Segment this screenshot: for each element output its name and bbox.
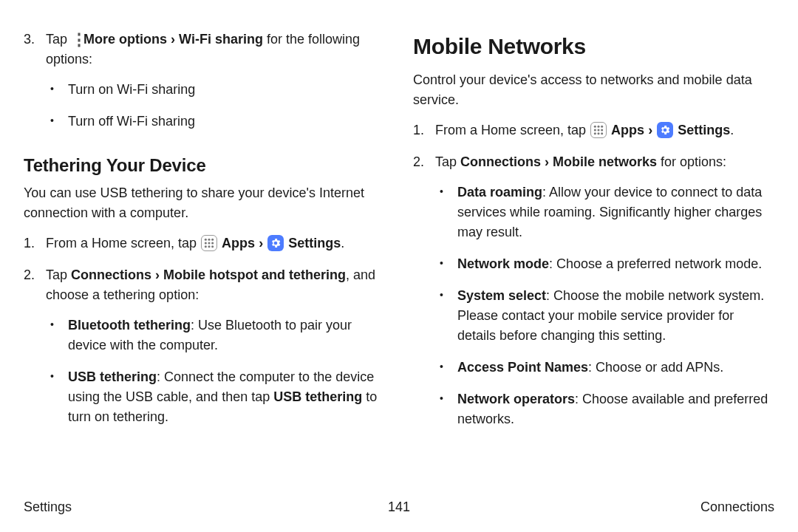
mn2-post: for options: [657,154,726,169]
usb-bold2: USB tethering [273,389,362,404]
chevron-right-icon: › [648,123,652,137]
bullet-system-select: System select: Choose the mobile network… [435,286,774,346]
no-bold: Network operators [457,392,575,406]
apps-icon [590,122,607,138]
bullet-usb-tether: USB tethering: Connect the computer to t… [46,367,385,427]
mn1-pre: From a Home screen, tap [435,123,586,137]
dr-bold: Data roaming [457,185,542,200]
svg-point-14 [601,129,603,132]
svg-point-6 [205,245,207,248]
apn-bold: Access Point Names [457,360,588,375]
bullet-bt-tether: Bluetooth tethering: Use Bluetooth to pa… [46,316,385,355]
svg-point-4 [208,242,211,245]
heading-tethering: Tethering Your Device [24,152,385,179]
step3-more: More options [83,32,167,47]
apps-label: Apps [222,236,255,250]
mn-step-2: Tap Connections › Mobile networks for op… [413,152,774,429]
heading-mobile-networks: Mobile Networks [413,30,774,63]
left-column: Tap More options › Wi-Fi sharing for the… [24,30,385,441]
t1-pre: From a Home screen, tap [46,236,197,250]
svg-point-17 [601,132,603,134]
step-3: Tap More options › Wi-Fi sharing for the… [24,30,385,132]
svg-point-8 [211,245,214,248]
bullet-wifi-on: Turn on Wi-Fi sharing [46,80,385,100]
svg-point-12 [594,129,596,132]
apn-rest: : Choose or add APNs. [588,360,723,375]
step3-pre: Tap [46,32,67,47]
mn2-pre: Tap [435,154,460,169]
settings-icon [267,235,284,251]
svg-point-3 [205,242,207,245]
svg-point-15 [594,132,596,134]
nm-rest: : Choose a preferred network mode. [549,256,762,271]
settings-icon [657,122,673,138]
settings-label: Settings [288,236,341,250]
svg-point-11 [601,126,603,128]
right-column: Mobile Networks Control your device's ac… [413,30,774,441]
footer-left: Settings [24,497,72,517]
bt-bold: Bluetooth tethering [68,318,191,332]
svg-point-10 [598,126,600,128]
svg-point-5 [211,242,214,245]
more-options-icon [71,31,80,46]
settings-label: Settings [678,123,730,137]
tether-step-2: Tap Connections › Mobile hotspot and tet… [24,265,385,427]
apps-label: Apps [611,123,644,137]
t2-pre: Tap [46,267,71,282]
apps-icon [201,235,217,251]
bullet-data-roaming: Data roaming: Allow your device to conne… [435,183,774,242]
t2-bold: Connections › Mobile hotspot and tetheri… [71,267,346,282]
svg-point-9 [594,126,596,128]
svg-point-7 [208,245,211,248]
ss-bold: System select [457,288,546,303]
tether-step-1: From a Home screen, tap Apps › Settings. [24,233,385,253]
mn-intro: Control your device's access to networks… [413,70,774,110]
bullet-network-mode: Network mode: Choose a preferred network… [435,254,774,274]
nm-bold: Network mode [457,256,549,271]
svg-point-16 [598,132,600,134]
svg-point-2 [211,239,214,241]
tethering-intro: You can use USB tethering to share your … [24,183,385,223]
period: . [730,123,734,137]
svg-point-13 [598,129,600,132]
svg-point-0 [205,239,207,241]
page-footer: Settings 141 Connections [24,497,774,517]
chevron-right-icon: › [171,32,175,47]
bullet-apn: Access Point Names: Choose or add APNs. [435,358,774,378]
svg-point-1 [208,239,211,241]
footer-right: Connections [700,497,774,517]
chevron-right-icon: › [259,236,263,250]
mn2-bold: Connections › Mobile networks [460,154,657,169]
step3-wifi: Wi-Fi sharing [179,32,263,47]
usb-bold: USB tethering [68,369,157,384]
page-number: 141 [388,497,410,517]
bullet-wifi-off: Turn off Wi-Fi sharing [46,112,385,132]
mn-step-1: From a Home screen, tap Apps › Settings. [413,120,774,140]
period: . [341,236,344,250]
bullet-network-operators: Network operators: Choose available and … [435,389,774,429]
